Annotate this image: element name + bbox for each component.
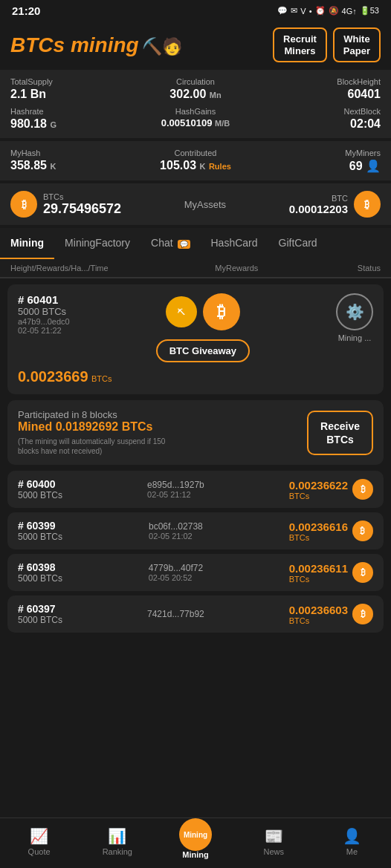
receive-btcs-button[interactable]: ReceiveBTCs — [307, 411, 373, 455]
white-paper-button[interactable]: WhitePaper — [333, 27, 381, 62]
mining-status-label: Mining ... — [338, 333, 372, 342]
ranking-icon: 📊 — [108, 827, 126, 845]
block-list-item: # 60399 5000 BTCs bc06f...02738 02-05 21… — [7, 512, 384, 549]
status-icons: 💬 ✉ V • ⏰ 🔕 4G↑ 🔋53 — [277, 6, 379, 16]
block-list-num: # 60400 — [18, 478, 62, 490]
hashrate-label: Hashrate — [10, 107, 134, 116]
participated-label: Participated in 8 blocks — [18, 409, 181, 420]
mining-amount-row: 0.0023669 BTCs — [18, 368, 373, 385]
recruit-miners-button[interactable]: RecruitMiners — [273, 27, 327, 62]
myminers-stat: MyMiners 69 👤 — [259, 149, 381, 173]
block-list-coin-icon: ₿ — [352, 562, 373, 583]
tab-mining-factory[interactable]: MiningFactory — [54, 228, 140, 259]
hashgains-value: 0.00510109 M/B — [134, 117, 257, 128]
nav-news[interactable]: 📰 News — [235, 827, 313, 856]
block-list-right: 0.00236603 BTCs ₿ — [289, 604, 373, 625]
block-list-reward-area: 0.00236611 BTCs — [289, 562, 348, 584]
block-height-stat: BlockHeight 60401 — [257, 77, 381, 101]
nav-quote[interactable]: 📈 Quote — [0, 827, 78, 856]
mining-center-icon: Mining — [179, 818, 212, 851]
btcs-left: ₿ BTCs 29.75496572 — [10, 191, 121, 218]
tab-mining[interactable]: Mining — [0, 228, 54, 259]
contributed-label: Contributed — [135, 149, 256, 157]
block-list-reward-area: 0.00236622 BTCs — [289, 479, 348, 500]
block-list-left: # 60398 5000 BTCs — [18, 561, 62, 584]
block-list-coin-icon: ₿ — [352, 479, 373, 500]
total-supply-stat: TotalSupply 2.1 Bn — [10, 77, 134, 101]
block-list: # 60400 5000 BTCs e895d...1927b 02-05 21… — [0, 471, 391, 633]
tab-hashcard[interactable]: HashCard — [201, 228, 268, 259]
block-list-right: 0.00236616 BTCs ₿ — [289, 521, 373, 542]
next-block-value: 02:04 — [257, 117, 381, 131]
block-list-reward-unit: BTCs — [289, 575, 348, 584]
block-list-hash: bc06f...02738 — [149, 521, 203, 532]
tab-giftcard[interactable]: GiftCard — [268, 228, 328, 259]
block-hash: a47b9...0edc0 — [18, 317, 70, 326]
block-list-mid: e895d...1927b 02-05 21:12 — [147, 480, 204, 499]
myminers-value: 69 👤 — [259, 159, 381, 173]
btc-big-coin-icon: ₿ — [203, 293, 240, 330]
tab-chat[interactable]: Chat 💬 — [140, 228, 200, 259]
nav-ranking[interactable]: 📊 Ranking — [78, 827, 156, 856]
block-list-hash: e895d...1927b — [147, 480, 204, 490]
nav-me[interactable]: 👤 Me — [313, 827, 391, 856]
btcs-info: BTCs 29.75496572 — [43, 192, 121, 217]
myhash-value: 358.85 K — [10, 159, 132, 172]
bottom-nav: 📈 Quote 📊 Ranking Mining Mining 📰 News 👤… — [0, 818, 391, 868]
block-list-mid: 4779b...40f72 02-05 20:52 — [149, 563, 203, 582]
total-supply-label: TotalSupply — [10, 77, 134, 86]
block-list-reward-unit: BTCs — [289, 492, 348, 500]
block-time: 02-05 21:22 — [18, 326, 70, 335]
nav-mining-center[interactable]: Mining Mining — [156, 824, 234, 859]
mining-status-area: ⚙️ Mining ... — [336, 293, 373, 342]
quote-icon: 📈 — [30, 827, 48, 845]
battery-icon: 🔋53 — [360, 6, 379, 16]
block-list-reward-unit: BTCs — [289, 616, 348, 625]
block-list-amount: 5000 BTCs — [18, 573, 62, 584]
mining-status-icon: ⚙️ — [336, 293, 373, 330]
btc-giveaway-button[interactable]: BTC Giveaway — [156, 339, 250, 362]
myhash-section: MyHash 358.85 K Contributed 105.03 K Rul… — [0, 141, 391, 180]
rules-link[interactable]: Rules — [209, 162, 231, 171]
logo-area: BTCs mining ⛏️🧑 — [10, 33, 182, 57]
news-label: News — [263, 847, 284, 856]
mining-amount-value: 0.0023669 — [18, 368, 88, 385]
block-list-reward-unit: BTCs — [289, 533, 348, 542]
block-num: # 60401 — [18, 293, 70, 306]
msg-icon: ✉ — [291, 6, 297, 16]
header: BTCs mining ⛏️🧑 RecruitMiners WhitePaper — [0, 22, 391, 70]
block-list-hash: 7421d...77b92 — [147, 609, 204, 619]
participated-note: (The mining will automatically suspend i… — [18, 437, 181, 456]
sub-header: Height/Rewards/Ha.../Time MyRewards Stat… — [0, 259, 391, 278]
stats-grid: TotalSupply 2.1 Bn Circulation 302.00 Mn… — [10, 77, 381, 131]
me-label: Me — [346, 847, 358, 856]
block-list-amount: 5000 BTCs — [18, 615, 62, 625]
block-height-label: BlockHeight — [257, 77, 381, 86]
sub-header-right: Status — [298, 264, 381, 273]
hashgains-stat: HashGains 0.00510109 M/B — [134, 107, 257, 131]
block-list-num: # 60399 — [18, 520, 62, 532]
hashgains-label: HashGains — [134, 107, 257, 116]
btcs-amount: 5000 BTCs — [18, 306, 70, 317]
block-list-right: 0.00236611 BTCs ₿ — [289, 562, 373, 584]
block-list-mid: bc06f...02738 02-05 21:02 — [149, 521, 203, 541]
assets-section: ₿ BTCs 29.75496572 MyAssets ₿ BTC 0.0001… — [0, 183, 391, 225]
block-list-reward-value: 0.00236603 — [289, 604, 348, 616]
contributed-stat: Contributed 105.03 K Rules — [135, 149, 256, 173]
ranking-label: Ranking — [103, 847, 132, 856]
mining-card: # 60401 5000 BTCs a47b9...0edc0 02-05 21… — [7, 284, 384, 394]
mining-center-label: Mining — [182, 850, 208, 859]
block-list-reward-value: 0.00236611 — [289, 562, 348, 575]
myhash-stat: MyHash 358.85 K — [10, 149, 132, 173]
mining-amount-unit: BTCs — [91, 374, 112, 383]
block-list-reward-value: 0.00236616 — [289, 521, 348, 533]
myhash-grid: MyHash 358.85 K Contributed 105.03 K Rul… — [10, 149, 381, 173]
mining-card-center: ⛏ ₿ BTC Giveaway — [156, 293, 250, 362]
btc-right: ₿ BTC 0.00012203 — [289, 191, 381, 218]
block-list-coin-icon: ₿ — [352, 521, 373, 541]
btcs-value: 29.75496572 — [43, 201, 121, 217]
total-supply-value: 2.1 Bn — [10, 88, 134, 101]
my-assets-center: MyAssets — [184, 199, 226, 210]
tabs-section: Mining MiningFactory Chat 💬 HashCard Gif… — [0, 228, 391, 278]
block-list-left: # 60399 5000 BTCs — [18, 520, 62, 542]
